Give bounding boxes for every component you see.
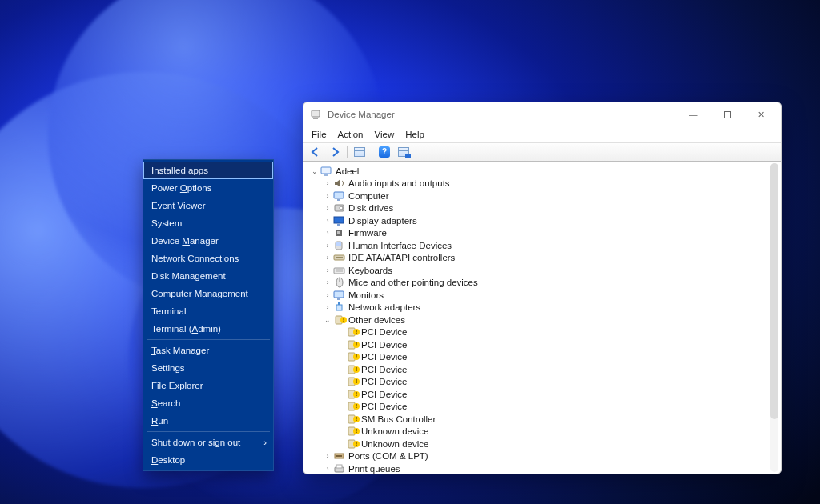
winx-item-desktop[interactable]: Desktop — [143, 451, 273, 469]
tree-node-other-devices-unknown-device-9[interactable]: Unknown device — [308, 438, 781, 450]
winx-item-system[interactable]: System — [143, 214, 273, 232]
tree-node-other-devices-sm-bus-controller-7[interactable]: SM Bus Controller — [308, 413, 781, 426]
forward-button[interactable] — [326, 144, 344, 160]
back-button[interactable] — [307, 144, 324, 160]
tree-node-other-devices-pci-device-2[interactable]: PCI Device — [308, 351, 781, 364]
winx-item-run[interactable]: Run — [143, 412, 273, 430]
unknown-icon — [333, 314, 346, 326]
svg-rect-31 — [348, 390, 355, 398]
tree-node-ide-ata-atapi-controllers[interactable]: ›IDE ATA/ATAPI controllers — [308, 252, 781, 265]
titlebar[interactable]: Device Manager — ✕ — [303, 102, 781, 126]
svg-rect-30 — [348, 378, 355, 386]
expand-icon[interactable]: › — [323, 229, 332, 237]
tree-node-network-adapters[interactable]: ›Network adapters — [308, 302, 781, 314]
expand-icon[interactable]: › — [323, 278, 332, 286]
tree-node-label: PCI Device — [361, 377, 408, 386]
tree-node-other-devices[interactable]: ⌄Other devices — [308, 314, 781, 326]
properties-toolbar-button[interactable] — [395, 144, 412, 160]
network-icon — [333, 302, 346, 313]
tree-node-other-devices-pci-device-3[interactable]: PCI Device — [308, 363, 781, 376]
tree-node-label: Print queues — [348, 464, 400, 474]
winx-item-installed-apps[interactable]: Installed apps — [143, 162, 273, 179]
tree-node-label: Firmware — [348, 228, 387, 238]
tree-node-other-devices-unknown-device-8[interactable]: Unknown device — [308, 426, 781, 438]
display-icon — [333, 215, 346, 226]
menu-file[interactable]: File — [307, 129, 332, 140]
expand-icon[interactable]: › — [323, 465, 332, 473]
winx-item-task-manager[interactable]: Task Manager — [143, 342, 273, 359]
expand-icon[interactable]: › — [323, 242, 332, 250]
svg-rect-23 — [336, 305, 342, 310]
tree-node-other-devices-pci-device-5[interactable]: PCI Device — [308, 388, 781, 401]
tree-node-label: Monitors — [348, 290, 384, 300]
tree-node-label: Disk drives — [348, 203, 393, 213]
tree-node-firmware[interactable]: ›Firmware — [308, 227, 781, 240]
menu-help[interactable]: Help — [400, 129, 429, 140]
winx-item-search[interactable]: Search — [143, 394, 273, 412]
expand-icon[interactable]: › — [323, 266, 332, 274]
tree-node-keyboards[interactable]: ›Keyboards — [308, 264, 781, 277]
close-button[interactable]: ✕ — [744, 103, 778, 126]
vertical-scrollbar[interactable] — [770, 163, 778, 472]
expand-icon[interactable]: › — [323, 291, 332, 299]
winx-item-computer-management[interactable]: Computer Management — [143, 285, 273, 302]
device-tree[interactable]: ⌄Adeel›Audio inputs and outputs›Computer… — [303, 162, 781, 474]
expand-icon[interactable]: › — [323, 254, 332, 262]
root-icon — [320, 166, 333, 177]
tree-node-label: Adeel — [336, 166, 359, 176]
tree-node-computer[interactable]: ›Computer — [308, 190, 781, 202]
unknown-icon — [346, 426, 359, 437]
winx-item-event-viewer[interactable]: Event Viewer — [143, 197, 273, 214]
maximize-button[interactable] — [710, 103, 744, 126]
scrollbar-thumb[interactable] — [770, 163, 778, 419]
winx-item-network-connections[interactable]: Network Connections — [143, 250, 273, 267]
svg-rect-29 — [348, 366, 355, 374]
collapse-icon[interactable]: ⌄ — [310, 167, 320, 175]
tree-node-other-devices-pci-device-0[interactable]: PCI Device — [308, 326, 781, 339]
printer-icon — [333, 463, 346, 474]
tree-node-ports-com-lpt-[interactable]: ›Ports (COM & LPT) — [308, 450, 781, 463]
tree-node-human-interface-devices[interactable]: ›Human Interface Devices — [308, 239, 781, 252]
minimize-button[interactable]: — — [677, 103, 710, 126]
tree-node-other-devices-pci-device-6[interactable]: PCI Device — [308, 401, 781, 414]
expand-icon[interactable]: › — [323, 217, 332, 225]
winx-item-file-explorer[interactable]: File Explorer — [143, 377, 273, 394]
tree-node-audio-inputs-and-outputs[interactable]: ›Audio inputs and outputs — [308, 178, 781, 190]
expand-icon[interactable]: › — [323, 452, 332, 460]
tree-node-root[interactable]: ⌄Adeel — [308, 165, 781, 178]
winx-item-terminal[interactable]: Terminal — [143, 302, 273, 320]
svg-rect-39 — [336, 465, 342, 468]
port-icon — [333, 450, 346, 462]
unknown-icon — [346, 389, 359, 400]
winx-item-shut-down-or-sign-out[interactable]: Shut down or sign out — [143, 434, 273, 451]
winx-item-device-manager[interactable]: Device Manager — [143, 232, 273, 250]
show-hide-console-tree-button[interactable] — [351, 144, 368, 160]
expand-icon[interactable]: › — [323, 303, 332, 311]
tree-node-disk-drives[interactable]: ›Disk drives — [308, 202, 781, 215]
menubar[interactable]: FileActionViewHelp — [303, 126, 781, 142]
collapse-icon[interactable]: ⌄ — [323, 316, 332, 324]
winx-item-settings[interactable]: Settings — [143, 359, 273, 377]
expand-icon[interactable]: › — [323, 179, 332, 187]
unknown-icon — [346, 401, 359, 412]
help-button[interactable]: ? — [376, 144, 393, 160]
menu-view[interactable]: View — [370, 129, 400, 140]
winx-item-terminal-admin-[interactable]: Terminal (Admin) — [143, 320, 273, 338]
chip-icon — [333, 227, 346, 238]
winx-item-power-options[interactable]: Power Options — [143, 179, 273, 197]
keyboard-icon — [333, 265, 346, 276]
monitor-icon — [333, 190, 346, 202]
tree-node-mice-and-other-pointing-devices[interactable]: ›Mice and other pointing devices — [308, 277, 781, 290]
expand-icon[interactable]: › — [323, 192, 332, 200]
svg-rect-3 — [324, 174, 328, 176]
tree-node-monitors[interactable]: ›Monitors — [308, 289, 781, 302]
tree-node-other-devices-pci-device-1[interactable]: PCI Device — [308, 338, 781, 351]
winx-item-disk-management[interactable]: Disk Management — [143, 267, 273, 285]
menu-action[interactable]: Action — [333, 129, 368, 140]
tree-node-display-adapters[interactable]: ›Display adapters — [308, 214, 781, 227]
tree-node-other-devices-pci-device-4[interactable]: PCI Device — [308, 376, 781, 389]
tree-node-print-queues[interactable]: ›Print queues — [308, 462, 781, 474]
toolbar[interactable]: ? — [303, 142, 781, 162]
expand-icon[interactable]: › — [323, 204, 332, 212]
winx-menu[interactable]: Installed appsPower OptionsEvent ViewerS… — [143, 159, 274, 471]
